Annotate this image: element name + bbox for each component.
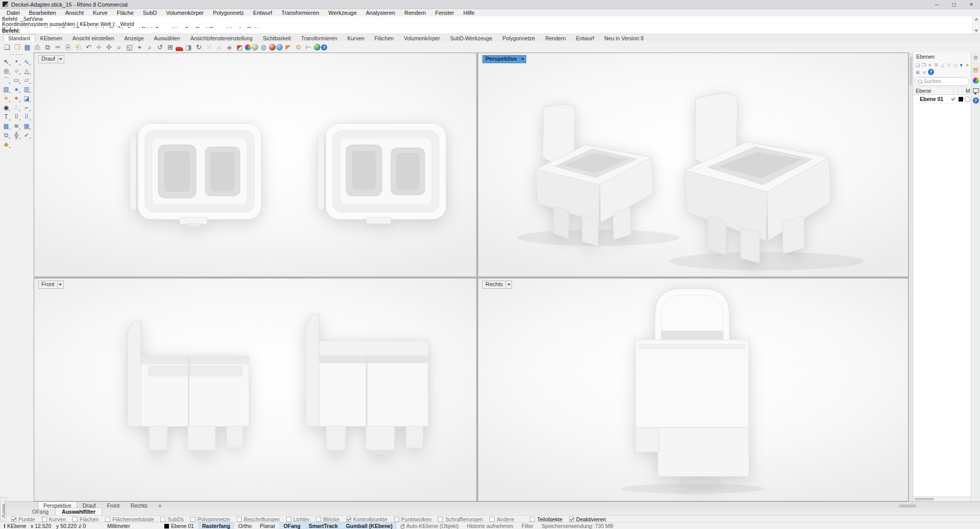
status-units[interactable]: Millimeter: [103, 522, 160, 529]
cylinder-icon[interactable]: ▥: [21, 85, 32, 94]
undo-view-icon[interactable]: ↺: [155, 42, 165, 52]
layer-tools-icon[interactable]: ▾: [965, 62, 970, 68]
command-area[interactable]: Befehl: _SetViewKoordinatensystem auswäh…: [0, 16, 980, 34]
undo-icon[interactable]: ↶: [84, 42, 93, 52]
surface-tools-icon[interactable]: ▩: [1, 121, 11, 131]
viewport-label-drauf[interactable]: Drauf: [38, 55, 64, 63]
grid-array-icon[interactable]: ▦: [21, 121, 32, 131]
layer-list-empty-area[interactable]: [913, 103, 971, 496]
checkbox-icon[interactable]: [569, 517, 574, 522]
export-icon[interactable]: ⧉: [43, 42, 53, 52]
pointer-icon[interactable]: ↖: [1, 57, 11, 66]
menu-item[interactable]: Datei: [2, 10, 24, 16]
checkbox-icon[interactable]: [286, 517, 291, 522]
toolbar-tab[interactable]: SubD-Werkzeuge: [445, 34, 498, 42]
toggle-gumball[interactable]: Gumball (KEbene): [342, 522, 397, 529]
checkbox-icon[interactable]: [160, 517, 165, 522]
checkbox-icon[interactable]: [346, 517, 351, 522]
menu-item[interactable]: Kurve: [88, 10, 112, 16]
new-layer-icon[interactable]: ❏: [915, 62, 920, 68]
points-group-icon[interactable]: ∴: [11, 103, 21, 112]
filter-deaktivieren[interactable]: Deaktivieren: [569, 516, 606, 522]
filter-kontrollpunkte[interactable]: Kontrollpunkte: [346, 516, 387, 522]
filter-flaechenverbaende[interactable]: Flächenverbände: [105, 516, 154, 522]
viewport-rechts[interactable]: Rechts: [478, 279, 908, 501]
move-up-icon[interactable]: △: [940, 62, 945, 68]
filter-subds[interactable]: SubDs: [160, 516, 184, 522]
checkbox-icon[interactable]: [237, 517, 242, 522]
toolbar-tab[interactable]: Kurven: [342, 34, 370, 42]
open-file-icon[interactable]: ❒: [12, 42, 22, 52]
status-y[interactable]: y 50.220: [52, 522, 75, 529]
toolbar-tab[interactable]: Anzeige: [119, 34, 149, 42]
command-scrollbar[interactable]: [972, 16, 980, 34]
gear-icon[interactable]: ⚙: [972, 54, 979, 61]
minimize-button[interactable]: ─: [928, 0, 945, 9]
paste-icon[interactable]: ⎗: [74, 42, 83, 52]
save-icon[interactable]: ▦: [22, 42, 32, 52]
maximize-button[interactable]: ▢: [945, 0, 963, 9]
filter-icon[interactable]: ▼: [959, 62, 964, 68]
toggle-filter[interactable]: Filter: [518, 522, 537, 529]
collapsed-panel-tab[interactable]: Auswa...: [0, 497, 7, 521]
viewport-label-perspektive[interactable]: Perspektive: [482, 55, 526, 63]
menu-item[interactable]: Volumenkörper: [161, 10, 208, 16]
new-file-icon[interactable]: ❏: [2, 42, 12, 52]
status-layer[interactable]: Ebene 01: [160, 522, 198, 529]
horizontal-scroll-thumb[interactable]: [899, 505, 916, 508]
help-panel-icon[interactable]: ?: [973, 97, 979, 104]
move-down-icon[interactable]: ▽: [946, 62, 951, 68]
lightbulb-icon[interactable]: ☼: [214, 42, 224, 52]
text-icon[interactable]: T: [1, 112, 11, 121]
pipe-icon[interactable]: ╬: [11, 131, 21, 140]
layer-row[interactable]: Ebene 01: [913, 95, 971, 103]
filter-schraffierungen[interactable]: Schraffierungen: [438, 516, 483, 522]
checkbox-icon[interactable]: [11, 517, 16, 522]
scroll-up-icon[interactable]: [974, 18, 978, 20]
current-layer-check-icon[interactable]: [951, 97, 955, 101]
menu-item[interactable]: Analysieren: [361, 10, 400, 16]
toggle-rasterfang[interactable]: Rasterfang: [198, 522, 234, 529]
arc-icon[interactable]: ⌒: [1, 75, 11, 85]
viewport-drauf[interactable]: Drauf: [34, 53, 476, 276]
earth-icon[interactable]: [314, 44, 321, 51]
check-icon[interactable]: ✓: [21, 131, 32, 140]
layer-color-swatch[interactable]: [959, 97, 963, 102]
menu-item[interactable]: Fenster: [430, 10, 458, 16]
filter-tab[interactable]: OFang: [26, 508, 55, 515]
cut-icon[interactable]: ✂: [53, 42, 63, 52]
viewport-label-front[interactable]: Front: [38, 281, 64, 289]
color-wheel-icon[interactable]: [245, 44, 251, 51]
shaded-sphere-icon[interactable]: [252, 44, 258, 51]
print-icon[interactable]: ⎙: [33, 42, 42, 52]
pan-icon[interactable]: ✛: [94, 42, 104, 52]
display-panel-icon[interactable]: [973, 78, 979, 84]
checkbox-icon[interactable]: [72, 517, 78, 522]
circle-icon[interactable]: ◎: [1, 66, 11, 75]
wire-sphere-icon[interactable]: ◍: [259, 42, 268, 52]
checkbox-icon[interactable]: [489, 517, 495, 522]
model-top-view[interactable]: [34, 53, 476, 276]
menu-item[interactable]: Werkzeuge: [324, 10, 361, 16]
duplicate-layer-icon[interactable]: ⧉: [934, 62, 939, 68]
close-button[interactable]: ✕: [963, 0, 980, 9]
boolean-icon[interactable]: ◉: [1, 103, 11, 112]
layer-name[interactable]: Ebene 01: [913, 96, 951, 102]
table-view-icon[interactable]: ⊞: [915, 69, 921, 75]
viewport-tab[interactable]: Rechts: [125, 501, 153, 509]
menu-item[interactable]: Rendern: [400, 10, 430, 16]
rotate-circle-icon[interactable]: ↻: [194, 42, 204, 52]
list-view-icon[interactable]: ≡: [921, 69, 927, 75]
toolbar-tab[interactable]: Entwurf: [571, 34, 599, 42]
toggle-ofang[interactable]: OFang: [279, 522, 304, 529]
toolbar-tab[interactable]: Neu in Version 8: [599, 34, 649, 42]
toolbar-tab[interactable]: Standard: [3, 34, 35, 42]
polygon-icon[interactable]: △: [21, 66, 32, 75]
copy-icon[interactable]: ⎘: [63, 42, 73, 52]
status-memory[interactable]: Speicherverwendung: 730 MB: [537, 522, 618, 529]
viewport-layout-icon[interactable]: ⊞: [165, 42, 175, 52]
new-sublayer-icon[interactable]: ❐: [921, 62, 926, 68]
layers-panel-icon[interactable]: ▤: [972, 66, 979, 73]
blue-sphere-icon[interactable]: [276, 44, 283, 51]
help-icon[interactable]: ?: [321, 44, 327, 51]
